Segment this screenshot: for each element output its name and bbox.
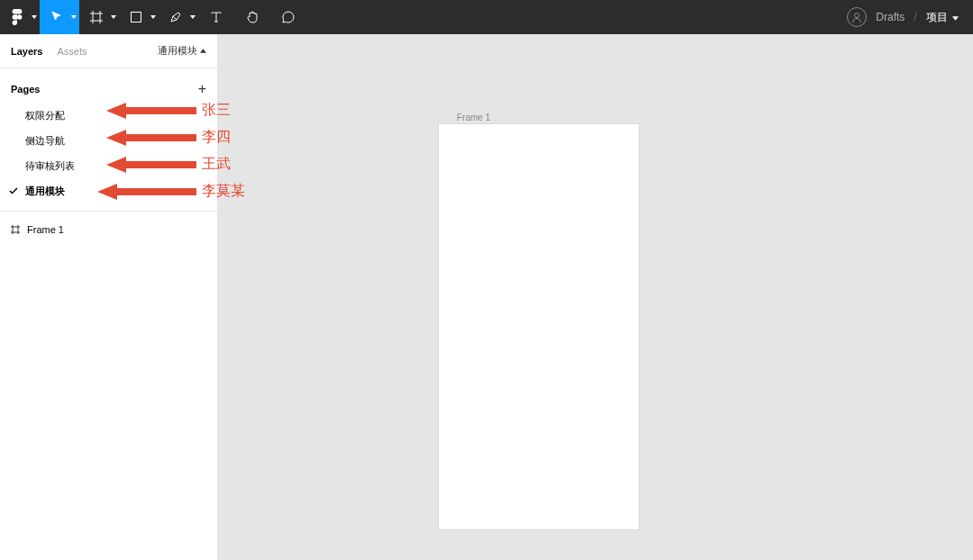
figma-menu-button[interactable] [0,0,40,34]
page-item[interactable]: 待审核列表 [0,153,217,178]
sidebar-page-indicator[interactable]: 通用模块 [158,44,206,58]
frame-icon [90,11,103,23]
tab-layers[interactable]: Layers [11,46,42,57]
check-icon [9,187,18,194]
page-item-selected[interactable]: 通用模块 [0,178,217,203]
breadcrumb-drafts[interactable]: Drafts [876,11,905,23]
pen-icon [169,11,182,23]
user-icon [851,12,862,23]
move-tool-button[interactable] [40,0,79,34]
comment-icon [281,10,296,24]
left-sidebar: Layers Assets 通用模块 Pages + 权限分配 侧边导航 待审核… [0,34,218,560]
cursor-icon [50,11,63,23]
canvas[interactable]: Frame 1 [218,34,973,560]
hand-icon [245,10,259,24]
frame-icon [11,225,20,234]
sidebar-tabs: Layers Assets 通用模块 [0,34,217,68]
tab-assets[interactable]: Assets [57,46,86,57]
chevron-down-icon [71,15,77,19]
breadcrumb-project[interactable]: 项目 [926,10,959,25]
pages-label: Pages [11,84,40,95]
frame-1[interactable] [439,124,639,529]
pen-tool-button[interactable] [159,0,198,34]
pages-section: Pages + 权限分配 侧边导航 待审核列表 通用模块 [0,68,217,212]
toolbar-left [0,0,306,34]
chevron-down-icon [190,15,196,19]
shape-tool-button[interactable] [119,0,159,34]
add-page-button[interactable]: + [198,81,206,97]
pages-header: Pages + [0,76,217,103]
frame-tool-button[interactable] [79,0,119,34]
text-icon [210,11,223,23]
hand-tool-button[interactable] [234,0,270,34]
user-avatar[interactable] [847,7,867,27]
figma-logo-icon [11,9,23,25]
svg-rect-0 [132,13,141,23]
layers-section: Frame 1 [0,212,217,248]
text-tool-button[interactable] [198,0,234,34]
top-toolbar: Drafts / 项目 [0,0,973,34]
chevron-down-icon [952,16,959,21]
rectangle-icon [131,12,141,23]
frame-label[interactable]: Frame 1 [457,113,490,122]
toolbar-right: Drafts / 项目 [847,7,973,27]
chevron-down-icon [150,15,156,19]
page-item[interactable]: 侧边导航 [0,128,217,153]
chevron-down-icon [32,15,37,19]
comment-tool-button[interactable] [270,0,306,34]
svg-point-1 [855,14,859,18]
breadcrumb-separator: / [914,11,916,23]
page-item[interactable]: 权限分配 [0,103,217,128]
chevron-down-icon [111,15,116,19]
chevron-up-icon [200,49,206,53]
layer-item-frame[interactable]: Frame 1 [0,217,217,242]
